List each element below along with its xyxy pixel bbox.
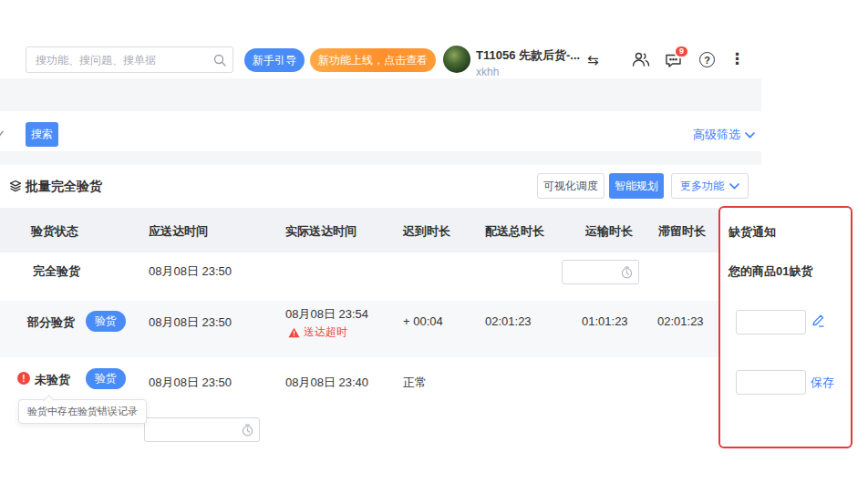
row2-stock-notice-input[interactable] (736, 310, 806, 334)
save-link[interactable]: 保存 (811, 375, 834, 391)
row3-stock-notice-input[interactable] (736, 370, 806, 395)
row2-transport-duration: 01:01:23 (582, 314, 628, 328)
row1-status: 完全验货 (33, 263, 80, 280)
more-menu-icon[interactable]: ⋮ (729, 49, 745, 68)
more-functions-button[interactable]: 更多功能 (671, 173, 749, 199)
col-header-stock-notice: 缺货通知 (728, 224, 776, 241)
col-header-actual: 实际送达时间 (285, 223, 356, 240)
account-subtitle: xkhh (476, 66, 580, 78)
check-icon: ✓ (0, 127, 6, 143)
content-gap-band-2 (0, 151, 761, 165)
row1-stock-notice: 您的商品01缺货 (728, 263, 812, 280)
notification-badge: 9 (674, 45, 689, 58)
stock-notice-annotation-panel: 缺货通知 您的商品01缺货 保存 (718, 206, 852, 448)
row2-total-duration: 02:01:23 (485, 314, 532, 328)
advanced-filter[interactable]: 高级筛选 (693, 127, 755, 143)
col-header-transport: 运输时长 (585, 223, 633, 240)
row2-actual-time: 08月08日 23:54 (285, 306, 368, 323)
search-button[interactable]: 搜索 (26, 122, 58, 147)
row3-status: 未验货 (35, 372, 70, 388)
switch-account-icon[interactable]: ⇆ (587, 52, 599, 68)
avatar[interactable] (443, 46, 470, 73)
col-header-expected: 应送达时间 (149, 223, 208, 240)
smart-planning-button[interactable]: 智能规划 (609, 173, 664, 199)
row2-retention-duration: 02:01:23 (657, 314, 704, 328)
row4-expected-time-input[interactable] (144, 417, 260, 442)
col-header-late: 迟到时长 (403, 223, 450, 240)
messages-icon[interactable]: 9 (665, 53, 682, 72)
more-functions-label: 更多功能 (680, 179, 724, 194)
row2-timeout-label: 送达超时 (304, 324, 347, 340)
row1-expected-time: 08月08日 23:50 (149, 263, 232, 280)
row3-late-status: 正常 (403, 375, 427, 391)
account-title: T11056 先款后货-... (476, 47, 580, 64)
global-search-box[interactable] (26, 46, 233, 73)
col-header-retention: 滞留时长 (658, 223, 706, 240)
newbie-guide-button[interactable]: 新手引导 (244, 48, 305, 72)
table-header-row (0, 208, 761, 252)
inspection-error-tooltip: 验货中存在验货错误记录 (18, 399, 147, 424)
row2-timeout-warning: 送达超时 (288, 324, 347, 340)
row2-inspect-button[interactable]: 验货 (86, 311, 126, 332)
new-feature-banner[interactable]: 新功能上线，点击查看 (310, 48, 436, 72)
error-alert-icon[interactable]: ! (17, 372, 30, 385)
row2-status: 部分验货 (27, 314, 75, 331)
clock-icon[interactable] (241, 423, 254, 437)
search-icon[interactable] (213, 54, 226, 67)
advanced-filter-label: 高级筛选 (693, 127, 740, 143)
row3-stock-notice-input-field[interactable] (737, 371, 805, 394)
row2-stock-notice-input-field[interactable] (737, 311, 805, 334)
visual-dispatch-button[interactable]: 可视化调度 (537, 173, 604, 199)
contacts-icon[interactable] (632, 51, 650, 71)
account-info[interactable]: T11056 先款后货-... xkhh (476, 47, 580, 78)
warning-triangle-icon (288, 327, 300, 338)
row3-expected-time: 08月08日 23:50 (149, 375, 232, 391)
search-input[interactable] (26, 47, 232, 72)
row3-inspect-button[interactable]: 验货 (86, 368, 126, 389)
col-header-total: 配送总时长 (485, 223, 544, 240)
row1-transport-input[interactable] (562, 260, 639, 284)
chevron-down-icon (729, 183, 739, 190)
row2-expected-time: 08月08日 23:50 (149, 314, 232, 331)
content-gap-band (0, 78, 761, 111)
layers-icon (9, 180, 22, 192)
help-icon[interactable]: ? (699, 52, 715, 67)
col-header-status: 验货状态 (31, 223, 78, 240)
row3-actual-time: 08月08日 23:40 (285, 375, 368, 391)
row2-late-duration: + 00:04 (403, 314, 443, 328)
section-title: 批量完全验货 (26, 179, 102, 195)
edit-pencil-icon[interactable] (811, 314, 825, 327)
chevron-down-icon (745, 132, 755, 139)
clock-icon[interactable] (620, 265, 634, 279)
app-window: 新手引导 新功能上线，点击查看 T11056 先款后货-... xkhh ⇆ 9… (0, 0, 868, 504)
